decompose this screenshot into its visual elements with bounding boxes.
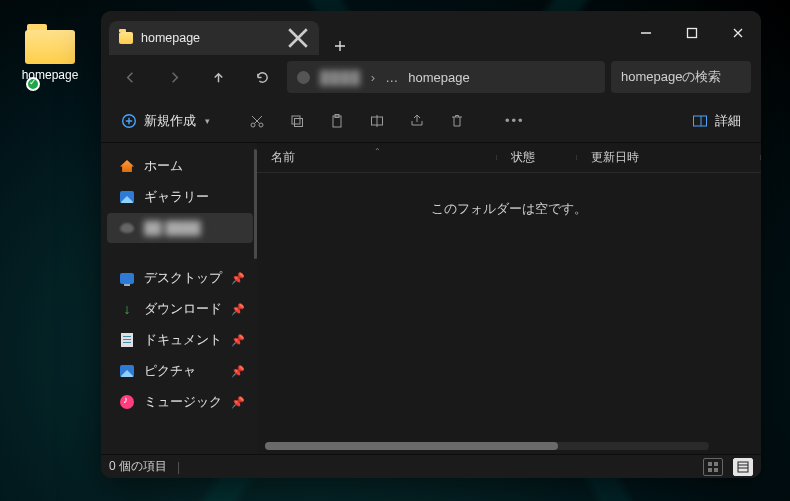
column-header-name[interactable]: ⌃ 名前 (257, 149, 497, 166)
new-tab-button[interactable] (323, 39, 357, 53)
folder-icon (119, 32, 133, 44)
status-bar: 0 個の項目 | (101, 454, 761, 478)
sidebar-item-label: デスクトップ (144, 270, 222, 287)
minimize-button[interactable] (623, 11, 669, 55)
tab-label: homepage (141, 31, 200, 45)
trash-icon (449, 113, 465, 129)
close-icon (287, 27, 309, 49)
ellipsis-icon[interactable]: … (385, 70, 398, 85)
paste-button[interactable] (320, 105, 354, 137)
pin-icon: 📌 (231, 365, 245, 378)
pin-icon: 📌 (231, 303, 245, 316)
sync-status-icon (26, 77, 40, 91)
status-divider: | (177, 460, 180, 474)
breadcrumb[interactable]: ████ › … homepage (287, 61, 605, 93)
new-button[interactable]: 新規作成 ▾ (111, 105, 220, 137)
column-header-label: 更新日時 (591, 150, 639, 164)
sidebar-item-label: ██ ████ (144, 221, 201, 235)
delete-button[interactable] (440, 105, 474, 137)
svg-rect-12 (708, 468, 712, 472)
scrollbar-thumb[interactable] (265, 442, 558, 450)
pin-icon: 📌 (231, 334, 245, 347)
content-pane: ⌃ 名前 状態 更新日時 このフォルダーは空です。 (257, 143, 761, 454)
plus-circle-icon (121, 113, 137, 129)
svg-rect-4 (292, 116, 300, 124)
svg-rect-5 (295, 118, 303, 126)
maximize-button[interactable] (669, 11, 715, 55)
share-icon (409, 113, 425, 129)
toolbar: 新規作成 ▾ ••• 詳細 (101, 99, 761, 143)
refresh-icon (255, 70, 270, 85)
folder-icon (25, 24, 75, 64)
tab-homepage[interactable]: homepage (109, 21, 319, 55)
plus-icon (333, 39, 347, 53)
close-window-button[interactable] (715, 11, 761, 55)
sidebar-item-label: ミュージック (144, 394, 222, 411)
share-button[interactable] (400, 105, 434, 137)
column-header-label: 名前 (271, 150, 295, 164)
column-headers: ⌃ 名前 状態 更新日時 (257, 143, 761, 173)
desktop-folder-homepage[interactable]: homepage (12, 24, 88, 82)
sidebar-item-obscured[interactable]: ██ ████ (107, 213, 253, 243)
sidebar-item-music[interactable]: ミュージック 📌 (107, 387, 253, 417)
search-input[interactable]: homepageの検索 (611, 61, 751, 93)
search-placeholder: homepageの検索 (621, 68, 721, 86)
sidebar-item-label: ドキュメント (144, 332, 222, 349)
nav-back-button[interactable] (111, 61, 149, 93)
nav-up-button[interactable] (199, 61, 237, 93)
sidebar-item-pictures[interactable]: ピクチャ 📌 (107, 356, 253, 386)
svg-point-2 (251, 123, 255, 127)
tab-close-button[interactable] (287, 27, 309, 49)
pictures-icon (119, 363, 135, 379)
sidebar-item-documents[interactable]: ドキュメント 📌 (107, 325, 253, 355)
breadcrumb-segment-obscured: ████ (320, 70, 361, 85)
grid-icon (707, 461, 719, 473)
copy-icon (289, 113, 305, 129)
desktop-folder-label: homepage (12, 68, 88, 82)
close-icon (732, 27, 744, 39)
rename-button[interactable] (360, 105, 394, 137)
address-bar-row: ████ › … homepage homepageの検索 (101, 55, 761, 99)
arrow-up-icon (211, 70, 226, 85)
scissors-icon (249, 113, 265, 129)
horizontal-scrollbar[interactable] (265, 442, 709, 450)
details-pane-button[interactable]: 詳細 (682, 105, 751, 137)
svg-rect-11 (714, 462, 718, 466)
new-button-label: 新規作成 (144, 112, 196, 130)
view-thumbnails-button[interactable] (703, 458, 723, 476)
nav-forward-button[interactable] (155, 61, 193, 93)
location-icon (297, 71, 310, 84)
cut-button[interactable] (240, 105, 274, 137)
desktop-icon (119, 270, 135, 286)
column-header-modified[interactable]: 更新日時 (577, 149, 761, 166)
pin-icon: 📌 (231, 272, 245, 285)
sidebar-item-home[interactable]: ホーム (107, 151, 253, 181)
svg-rect-13 (714, 468, 718, 472)
home-icon (119, 158, 135, 174)
sidebar-item-label: ギャラリー (144, 189, 209, 206)
breadcrumb-current[interactable]: homepage (408, 70, 469, 85)
sort-indicator-icon: ⌃ (374, 147, 381, 156)
sidebar-item-downloads[interactable]: ↓ ダウンロード 📌 (107, 294, 253, 324)
arrow-left-icon (123, 70, 138, 85)
list-icon (737, 461, 749, 473)
more-button[interactable]: ••• (496, 105, 534, 137)
column-header-label: 状態 (511, 150, 535, 164)
column-header-state[interactable]: 状態 (497, 149, 577, 166)
download-icon: ↓ (119, 301, 135, 317)
titlebar: homepage (101, 11, 761, 55)
copy-button[interactable] (280, 105, 314, 137)
rename-icon (369, 113, 385, 129)
svg-point-3 (259, 123, 263, 127)
arrow-right-icon (167, 70, 182, 85)
document-icon (119, 332, 135, 348)
tab-strip: homepage (101, 11, 623, 55)
svg-rect-9 (694, 116, 707, 126)
sidebar-item-desktop[interactable]: デスクトップ 📌 (107, 263, 253, 293)
minimize-icon (640, 27, 652, 39)
sidebar-item-gallery[interactable]: ギャラリー (107, 182, 253, 212)
window-controls (623, 11, 761, 55)
refresh-button[interactable] (243, 61, 281, 93)
sidebar-item-label: ダウンロード (144, 301, 222, 318)
view-details-button[interactable] (733, 458, 753, 476)
